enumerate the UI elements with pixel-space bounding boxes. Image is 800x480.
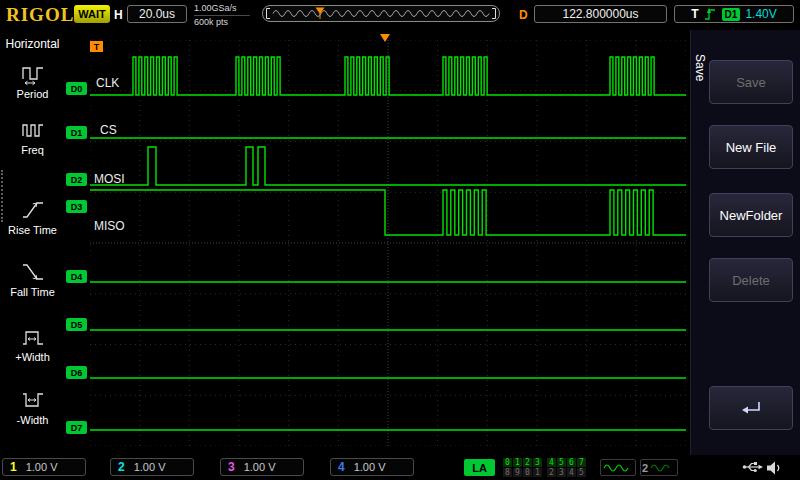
delete-button[interactable]: Delete (709, 258, 793, 302)
sidebar-item-freq[interactable]: Freq (4, 118, 61, 156)
sidebar-item-minus-width[interactable]: -Width (4, 388, 61, 426)
channel-label-mosi: MOSI (94, 172, 125, 186)
trace-d0 (90, 57, 686, 95)
fall-time-icon (20, 260, 46, 284)
trace-d2 (90, 147, 686, 185)
pod2-wave-icon: 2 (640, 459, 678, 476)
bottom-status-bar: 1 1.00 V 2 1.00 V 3 1.00 V 4 1.00 V LA 0… (0, 455, 800, 480)
sample-rate: 1.00GSa/s (194, 3, 250, 16)
enter-button[interactable] (709, 386, 793, 430)
period-icon (20, 62, 46, 86)
freq-icon (20, 118, 46, 142)
waveform-display-area: T D0CLKD1CSD2MOSID3MISOD4D5D6D7 (65, 30, 690, 455)
pod2-number: 2 (642, 462, 648, 474)
digital-waveforms (90, 40, 686, 446)
channel4-number: 4 (338, 460, 345, 474)
sidebar-item-label: Rise Time (8, 224, 57, 236)
acquisition-readout: 1.00GSa/s 600k pts (194, 3, 250, 28)
sidebar-item-label: Freq (21, 144, 44, 156)
channel3-scale: 1.00 V (244, 461, 276, 473)
plus-width-icon (20, 325, 46, 349)
channel4-scale: 1.00 V (354, 461, 386, 473)
channel2-number: 2 (118, 460, 125, 474)
channel3-status[interactable]: 3 1.00 V (220, 458, 304, 476)
channel2-status[interactable]: 2 1.00 V (110, 458, 194, 476)
digital-pod-indicator: 45672345 (547, 458, 586, 477)
rigol-logo: RIGOL (6, 4, 74, 26)
rising-edge-icon (704, 7, 717, 21)
trigger-level-readout: 1.40V (745, 7, 776, 21)
memory-overview-graphic (263, 6, 499, 21)
la-badge[interactable]: LA (464, 459, 495, 476)
usb-icon (742, 460, 764, 474)
channel-label-miso: MISO (94, 219, 125, 233)
pod1-wave-icon (600, 459, 636, 476)
channel3-number: 3 (228, 460, 235, 474)
channel-badge-d6[interactable]: D6 (66, 366, 87, 379)
save-button[interactable]: Save (709, 60, 793, 104)
digital-pod-indicator: 01238901 (503, 458, 542, 477)
timebase-readout: 20.0us (127, 5, 187, 23)
channel-badge-d2[interactable]: D2 (66, 173, 87, 186)
memory-position-bar (262, 5, 500, 22)
horizontal-scale-label: H (114, 8, 123, 22)
trigger-readout-group: T D1 1.40V (674, 5, 794, 23)
trigger-delay-readout: 122.800000us (534, 5, 667, 23)
window-bracket-left (267, 9, 271, 19)
channel-label-clk: CLK (96, 76, 119, 90)
rise-time-icon (20, 198, 46, 222)
channel1-status[interactable]: 1 1.00 V (2, 458, 86, 476)
channel-badge-d1[interactable]: D1 (66, 126, 87, 139)
trigger-point-marker (380, 34, 390, 42)
memory-waveform-squiggle (273, 11, 489, 17)
channel-badge-d4[interactable]: D4 (66, 270, 87, 283)
sidebar-item-label: +Width (15, 351, 50, 363)
sidebar-item-label: Period (17, 88, 49, 100)
memory-depth: 600k pts (194, 17, 250, 28)
speaker-icon (766, 460, 784, 476)
trigger-label: T (691, 7, 698, 21)
sidebar-title: Horizontal (0, 37, 65, 51)
channel-badge-d7[interactable]: D7 (66, 421, 87, 434)
measure-sidebar: Horizontal Period Freq Rise Time (0, 30, 65, 455)
menu-scroll-indicator (1, 170, 3, 222)
oscilloscope-screen: RIGOL WAIT H 20.0us 1.00GSa/s 600k pts D… (0, 0, 800, 480)
channel1-number: 1 (10, 460, 17, 474)
sidebar-item-fall-time[interactable]: Fall Time (4, 260, 61, 298)
enter-icon (738, 398, 764, 418)
new-folder-button[interactable]: NewFolder (709, 193, 793, 237)
new-file-button[interactable]: New File (709, 125, 793, 169)
sidebar-item-rise-time[interactable]: Rise Time (4, 198, 61, 236)
channel-badge-d3[interactable]: D3 (66, 200, 87, 213)
channel-badge-d5[interactable]: D5 (66, 318, 87, 331)
window-bracket-right (492, 9, 496, 19)
menu-tab-save: Save (693, 54, 707, 81)
trigger-position-flag: T (90, 41, 103, 52)
run-status-badge: WAIT (74, 5, 110, 23)
channel-badge-d0[interactable]: D0 (66, 82, 87, 95)
sidebar-item-period[interactable]: Period (4, 62, 61, 100)
trigger-source-badge: D1 (722, 8, 741, 21)
sidebar-item-plus-width[interactable]: +Width (4, 325, 61, 363)
softkey-menu: Save Save New File NewFolder Delete (690, 30, 800, 455)
digital-channel-indicator: 0123890145672345 (503, 458, 586, 477)
sidebar-item-label: Fall Time (10, 286, 55, 298)
channel1-scale: 1.00 V (26, 461, 58, 473)
minus-width-icon (20, 388, 46, 412)
trace-d3 (90, 190, 686, 235)
top-status-bar: RIGOL WAIT H 20.0us 1.00GSa/s 600k pts D… (0, 0, 800, 30)
channel4-status[interactable]: 4 1.00 V (330, 458, 414, 476)
channel-label-cs: CS (100, 123, 117, 137)
channel2-scale: 1.00 V (134, 461, 166, 473)
sidebar-item-label: -Width (17, 414, 49, 426)
delay-label: D (519, 8, 528, 22)
